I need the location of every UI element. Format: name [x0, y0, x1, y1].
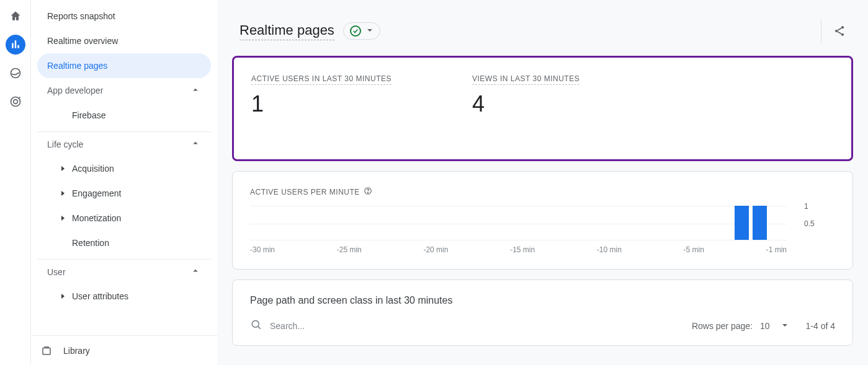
apm-label: ACTIVE USERS PER MINUTE — [250, 188, 360, 196]
nav-realtime-pages[interactable]: Realtime pages — [37, 53, 211, 78]
nav-realtime-overview[interactable]: Realtime overview — [37, 29, 211, 53]
nav-acquisition[interactable]: Acquisition — [37, 156, 211, 181]
nav-firebase[interactable]: Firebase — [37, 103, 211, 128]
caret-right-icon — [57, 165, 68, 172]
nav-group-label: Life cycle — [47, 139, 190, 149]
rail-advertising-icon[interactable] — [6, 92, 25, 112]
nav-group-label: User — [47, 267, 190, 277]
dropdown-caret-icon — [781, 321, 789, 331]
nav-group-user[interactable]: User — [37, 259, 211, 284]
svg-point-5 — [834, 30, 837, 32]
nav-label: Monetization — [72, 213, 121, 223]
nav-label: Acquisition — [72, 164, 114, 174]
x-tick: -30 min — [250, 245, 275, 254]
spark-bar — [753, 206, 767, 240]
y-tick: 1 — [804, 202, 808, 211]
page-path-table-card: Page path and screen class in last 30 mi… — [232, 279, 853, 346]
rows-per-page-value: 10 — [760, 321, 770, 331]
caret-right-icon — [57, 293, 68, 299]
metric-value: 1 — [251, 91, 391, 117]
chevron-up-icon — [190, 138, 201, 151]
library-label: Library — [63, 346, 90, 356]
search-input[interactable] — [270, 321, 394, 331]
nav-label: User attributes — [72, 291, 128, 301]
nav-label: Realtime overview — [47, 36, 118, 46]
nav-retention[interactable]: Retention — [37, 231, 211, 255]
nav-user-attributes[interactable]: User attributes — [37, 284, 211, 309]
main-area: Realtime pages ACTIVE USERS IN LAST 30 M… — [217, 0, 868, 365]
chevron-up-icon — [190, 265, 201, 278]
active-users-per-minute-card: ACTIVE USERS PER MINUTE 1 0.5 -30 min -2… — [232, 171, 853, 270]
caret-right-icon — [57, 190, 68, 196]
rows-per-page-label: Rows per page: — [692, 321, 753, 331]
nav-engagement[interactable]: Engagement — [37, 181, 211, 206]
svg-point-4 — [841, 26, 843, 29]
rail-reports-icon[interactable] — [6, 35, 25, 55]
nav-reports-snapshot[interactable]: Reports snapshot — [37, 4, 211, 29]
share-button[interactable] — [821, 19, 846, 43]
nav-group-label: App developer — [47, 86, 190, 95]
sparkline-xaxis: -30 min -25 min -20 min -15 min -10 min … — [250, 245, 835, 254]
x-tick: -20 min — [423, 245, 448, 254]
rail-home-icon[interactable] — [6, 6, 25, 26]
sparkline-chart — [250, 206, 787, 240]
nav-label: Reports snapshot — [47, 11, 115, 21]
verified-chip[interactable] — [343, 22, 380, 40]
nav-monetization[interactable]: Monetization — [37, 206, 211, 231]
rail-explore-icon[interactable] — [6, 63, 25, 83]
titlebar: Realtime pages — [217, 0, 868, 56]
nav-label: Engagement — [72, 188, 121, 198]
y-tick: 0.5 — [804, 219, 815, 228]
metric-views: VIEWS IN LAST 30 MINUTES 4 — [472, 73, 579, 117]
sidebar-library[interactable]: Library — [31, 335, 217, 365]
page-title: Realtime pages — [239, 22, 334, 40]
x-tick: -1 min — [766, 245, 787, 254]
dropdown-caret-icon — [366, 25, 374, 37]
metric-label: VIEWS IN LAST 30 MINUTES — [472, 74, 579, 85]
x-tick: -10 min — [597, 245, 622, 254]
metric-value: 4 — [472, 91, 579, 117]
chevron-up-icon — [190, 84, 201, 97]
svg-point-6 — [841, 33, 843, 36]
search-icon — [250, 319, 262, 333]
page-range-label: 1-4 of 4 — [806, 321, 835, 331]
metric-active-users: ACTIVE USERS IN LAST 30 MINUTES 1 — [251, 73, 391, 117]
nav-group-app-developer[interactable]: App developer — [37, 78, 211, 103]
icon-rail — [0, 0, 31, 365]
nav-group-life-cycle[interactable]: Life cycle — [37, 131, 211, 156]
rows-per-page-select[interactable]: 10 — [760, 321, 789, 331]
metric-label: ACTIVE USERS IN LAST 30 MINUTES — [251, 74, 391, 85]
nav-label: Realtime pages — [47, 61, 107, 71]
table-title: Page path and screen class in last 30 mi… — [250, 295, 835, 306]
svg-point-8 — [367, 192, 368, 193]
help-icon[interactable] — [364, 187, 372, 197]
check-circle-icon — [350, 25, 361, 37]
caret-right-icon — [57, 215, 68, 221]
x-tick: -25 min — [337, 245, 362, 254]
spark-bar — [735, 206, 749, 240]
sparkline-yaxis: 1 0.5 — [804, 206, 835, 240]
nav-label: Retention — [72, 238, 109, 248]
sidebar: Reports snapshot Realtime overview Realt… — [31, 0, 217, 365]
metrics-card: ACTIVE USERS IN LAST 30 MINUTES 1 VIEWS … — [232, 56, 853, 161]
table-search[interactable] — [250, 319, 394, 333]
x-tick: -15 min — [510, 245, 535, 254]
library-icon — [41, 345, 56, 356]
svg-point-2 — [13, 100, 17, 104]
svg-point-9 — [252, 320, 259, 327]
svg-rect-3 — [43, 348, 50, 354]
table-pager: Rows per page: 10 1-4 of 4 — [692, 321, 835, 331]
nav-label: Firebase — [72, 110, 105, 120]
x-tick: -5 min — [684, 245, 704, 254]
